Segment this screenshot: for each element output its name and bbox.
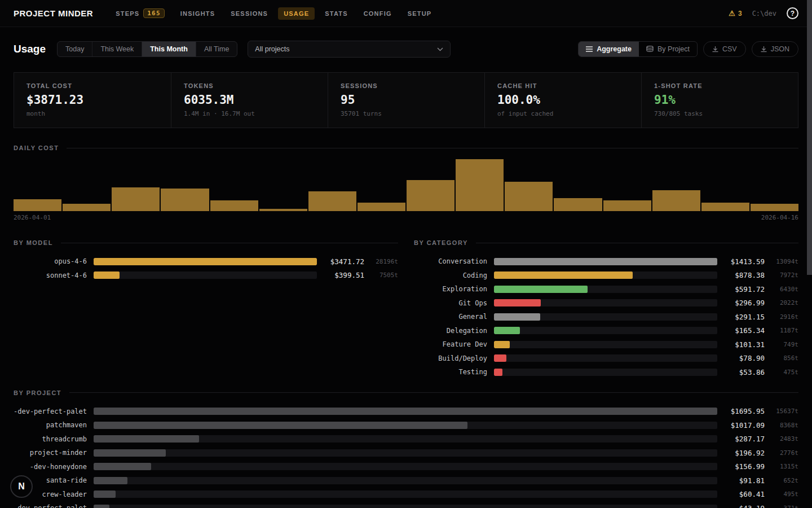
usage-bar-row: Build/Deploy $78.90 856t [414, 352, 798, 366]
filter-all-time[interactable]: All Time [196, 42, 237, 56]
nav-item-usage[interactable]: USAGE [278, 7, 315, 20]
bar-row-tokens: 6430t [769, 286, 798, 293]
bar-row-cost: $1017.09 [724, 421, 765, 430]
stat-card-1-shot-rate: 1-SHOT RATE91%730/805 tasks [641, 73, 798, 128]
daily-bar-2026-04-16[interactable] [751, 204, 798, 211]
project-select[interactable]: All projects [248, 41, 451, 58]
by-project-rows: -dev-perfect-palet… $1695.95 15637t patc… [14, 405, 798, 508]
bar-track [494, 369, 717, 376]
by-project-header: BY PROJECT [14, 389, 798, 396]
daily-bar-2026-04-15[interactable] [701, 203, 749, 211]
nav-item-setup[interactable]: SETUP [402, 7, 438, 20]
bar-track [494, 327, 717, 334]
stat-label: TOTAL COST [27, 82, 158, 89]
by-category-section: BY CATEGORY Conversation $1413.59 13094t… [414, 239, 798, 379]
daily-cost-axis: 2026-04-01 2026-04-16 [14, 214, 798, 221]
bar-track [494, 299, 717, 306]
bar-track [494, 286, 717, 293]
daily-bar-2026-04-03[interactable] [112, 187, 160, 211]
usage-bar-row: sonnet-4-6 $399.51 7505t [14, 269, 398, 283]
daily-cost-bar-chart [14, 159, 798, 211]
export-button-label: JSON [771, 45, 789, 53]
bar-fill [94, 505, 109, 508]
by-project-view-button[interactable]: By Project [639, 42, 697, 56]
scrollbar-thumb[interactable] [807, 0, 812, 275]
daily-bar-2026-04-09[interactable] [407, 180, 454, 211]
download-icon [761, 46, 767, 52]
axis-start-date: 2026-04-01 [14, 214, 51, 221]
bar-row-cost: $156.99 [724, 462, 765, 471]
scrollbar-track [807, 0, 812, 508]
by-model-rows: opus-4-6 $3471.72 28196t sonnet-4-6 $399… [14, 255, 398, 282]
bar-row-label: Conversation [414, 257, 487, 265]
nav-item-insights[interactable]: INSIGHTS [175, 7, 221, 20]
page-title: Usage [14, 43, 46, 55]
nav-item-label: SETUP [408, 10, 432, 17]
daily-bar-2026-04-10[interactable] [456, 159, 504, 211]
bar-row-tokens: 2776t [769, 449, 798, 457]
stat-value: 91% [654, 93, 785, 107]
summary-stat-cards: TOTAL COST$3871.23monthTOKENS6035.3M1.4M… [14, 72, 798, 128]
bar-row-cost: $196.92 [724, 449, 765, 457]
daily-bar-2026-04-08[interactable] [358, 203, 405, 211]
daily-bar-2026-04-06[interactable] [259, 209, 307, 211]
layers-icon [646, 46, 654, 52]
bar-row-label: -dev-perfect-palet… [14, 504, 87, 508]
top-nav: PROJECT MINDER STEPS165INSIGHTSSESSIONSU… [0, 0, 812, 27]
daily-bar-2026-04-11[interactable] [505, 182, 553, 211]
daily-bar-2026-04-02[interactable] [63, 204, 111, 211]
aggregate-view-button[interactable]: Aggregate [579, 42, 639, 56]
nav-item-sessions[interactable]: SESSIONS [225, 7, 273, 20]
bar-fill [494, 258, 717, 265]
stat-label: CACHE HIT [497, 82, 629, 89]
bar-track [94, 258, 317, 265]
nav-item-config[interactable]: CONFIG [358, 7, 398, 20]
usage-bar-row: Exploration $591.72 6430t [414, 282, 798, 296]
stat-value: 95 [341, 93, 472, 107]
bar-row-cost: $60.41 [724, 490, 765, 498]
by-project-section: BY PROJECT -dev-perfect-palet… $1695.95 … [14, 389, 798, 508]
bar-fill [94, 463, 151, 470]
bar-row-label: opus-4-6 [14, 257, 87, 265]
daily-bar-2026-04-14[interactable] [652, 190, 700, 211]
menu-lines-icon [586, 46, 593, 52]
bar-fill [494, 286, 588, 293]
by-category-rows: Conversation $1413.59 13094t Coding $878… [414, 255, 798, 379]
steps-count-badge: 165 [143, 8, 164, 18]
view-mode-group: Aggregate By Project [578, 41, 698, 57]
daily-bar-2026-04-13[interactable] [603, 200, 651, 211]
by-model-section: BY MODEL opus-4-6 $3471.72 28196t sonnet… [14, 239, 398, 379]
filter-this-month[interactable]: This Month [142, 42, 196, 56]
daily-bar-2026-04-04[interactable] [161, 189, 209, 211]
daily-bar-2026-04-01[interactable] [14, 199, 61, 211]
export-json-button[interactable]: JSON [752, 41, 798, 57]
bar-row-label: Delegation [414, 327, 487, 335]
help-button[interactable]: ? [787, 7, 798, 19]
nav-right: ⚠ 3 C:\dev ? [729, 7, 798, 19]
filter-today[interactable]: Today [58, 42, 92, 56]
export-button-label: CSV [722, 45, 737, 53]
usage-bar-row: opus-4-6 $3471.72 28196t [14, 255, 398, 269]
daily-bar-2026-04-05[interactable] [210, 200, 258, 211]
usage-bar-row: crew-leader $60.41 495t [14, 488, 798, 502]
bar-row-cost: $53.86 [724, 368, 765, 376]
daily-bar-2026-04-12[interactable] [554, 198, 602, 211]
stat-label: 1-SHOT RATE [654, 82, 785, 89]
bar-track [494, 341, 717, 348]
usage-bar-row: Testing $53.86 475t [414, 365, 798, 379]
nav-item-stats[interactable]: STATS [319, 7, 353, 20]
nav-item-steps[interactable]: STEPS165 [110, 6, 170, 21]
bar-row-tokens: 7505t [369, 271, 398, 279]
usage-bar-row: -dev-perfect-palet… $1695.95 15637t [14, 405, 798, 419]
usage-bar-row: General $291.15 2916t [414, 310, 798, 324]
daily-bar-2026-04-07[interactable] [308, 191, 356, 211]
bar-row-tokens: 13094t [769, 258, 798, 265]
avatar[interactable]: N [10, 475, 33, 498]
bar-row-label: Coding [414, 271, 487, 279]
bar-row-tokens: 2916t [769, 313, 798, 321]
warnings-indicator[interactable]: ⚠ 3 [729, 10, 742, 17]
export-csv-button[interactable]: CSV [703, 41, 746, 57]
filter-this-week[interactable]: This Week [92, 42, 142, 56]
bar-fill [94, 477, 127, 484]
working-directory-path: C:\dev [752, 10, 776, 17]
